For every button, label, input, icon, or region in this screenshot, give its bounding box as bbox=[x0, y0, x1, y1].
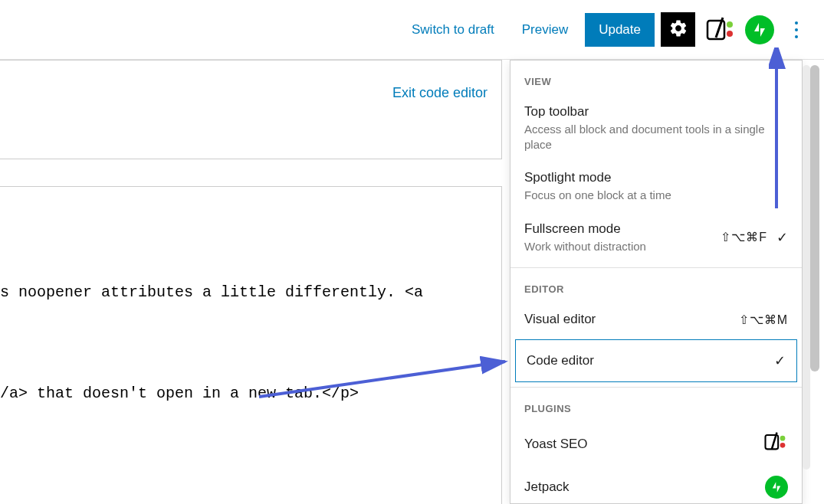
svg-point-5 bbox=[780, 443, 786, 448]
panel-scrollbar[interactable] bbox=[803, 65, 810, 470]
visual-editor-menu-item[interactable]: Visual editor ⇧⌥⌘M bbox=[510, 303, 802, 336]
spotlight-mode-menu-item[interactable]: Spotlight mode Focus on one block at a t… bbox=[510, 161, 802, 212]
top-toolbar-menu-item[interactable]: Top toolbar Access all block and documen… bbox=[510, 95, 802, 161]
code-editor-textarea[interactable]: s noopener attributes a little different… bbox=[0, 186, 502, 504]
jetpack-icon bbox=[745, 15, 774, 44]
editor-section-label: EDITOR bbox=[510, 268, 802, 303]
yoast-button[interactable] bbox=[701, 12, 736, 47]
page-scrollbar[interactable] bbox=[810, 65, 819, 371]
more-options-button[interactable] bbox=[783, 12, 810, 47]
code-line: /a> that doesn't open in a new tab.</p> bbox=[0, 377, 501, 411]
switch-to-draft-button[interactable]: Switch to draft bbox=[401, 16, 505, 44]
title-editor-box[interactable]: Exit code editor bbox=[0, 60, 502, 159]
view-section-label: VIEW bbox=[510, 61, 802, 95]
check-icon: ✓ bbox=[776, 229, 788, 246]
editor-content-area: Exit code editor s noopener attributes a… bbox=[0, 60, 502, 504]
code-line: s noopener attributes a little different… bbox=[0, 276, 501, 309]
preview-button[interactable]: Preview bbox=[511, 16, 579, 44]
jetpack-menu-item[interactable]: Jetpack bbox=[510, 466, 802, 504]
more-options-dropdown: VIEW Top toolbar Access all block and do… bbox=[510, 60, 803, 504]
more-icon bbox=[795, 21, 798, 25]
jetpack-button[interactable] bbox=[742, 12, 776, 47]
yoast-seo-menu-item[interactable]: Yoast SEO bbox=[510, 422, 802, 466]
yoast-icon bbox=[704, 15, 734, 45]
jetpack-icon bbox=[765, 476, 788, 499]
svg-point-4 bbox=[780, 436, 786, 441]
gear-icon bbox=[668, 18, 688, 41]
shortcut-text: ⇧⌥⌘F bbox=[721, 230, 767, 244]
editor-top-toolbar: Switch to draft Preview Update bbox=[0, 0, 824, 60]
shortcut-text: ⇧⌥⌘M bbox=[739, 313, 788, 327]
fullscreen-mode-menu-item[interactable]: Fullscreen mode Work without distraction… bbox=[510, 212, 802, 263]
check-icon: ✓ bbox=[774, 352, 786, 369]
yoast-icon bbox=[762, 431, 788, 457]
plugins-section-label: PLUGINS bbox=[510, 388, 802, 422]
settings-button[interactable] bbox=[661, 12, 695, 47]
code-editor-menu-item[interactable]: Code editor ✓ bbox=[515, 339, 797, 382]
exit-code-editor-button[interactable]: Exit code editor bbox=[392, 85, 488, 101]
svg-point-1 bbox=[727, 21, 733, 28]
svg-point-2 bbox=[727, 31, 733, 37]
update-button[interactable]: Update bbox=[585, 13, 655, 47]
